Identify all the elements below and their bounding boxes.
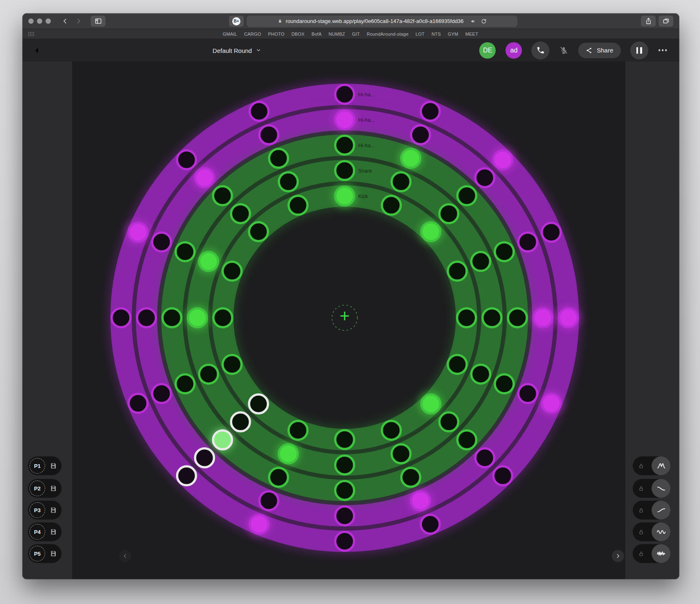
app-back-button[interactable] [30, 43, 44, 57]
wave-rise-button[interactable] [652, 501, 670, 520]
step-ring1-3[interactable] [518, 232, 537, 251]
step-ring2-9[interactable] [269, 468, 288, 487]
save-icon[interactable] [50, 462, 57, 470]
lock-open-icon[interactable] [638, 529, 645, 536]
step-ring2-10-active-playhead[interactable] [213, 431, 232, 449]
mic-muted-icon[interactable] [559, 46, 569, 55]
extension-button[interactable]: B+ [229, 16, 244, 27]
step-ring2-0[interactable] [335, 136, 354, 155]
wave-fall-button[interactable] [652, 479, 670, 498]
add-track-plus-icon[interactable]: + [340, 306, 350, 326]
step-ring4-7[interactable] [382, 421, 401, 440]
step-ring2-4[interactable] [508, 308, 527, 327]
lock-open-icon[interactable] [638, 550, 645, 557]
preset-p3-button[interactable]: P3 [30, 502, 45, 518]
step-ring1-7-active[interactable] [411, 491, 430, 510]
bookmark-nts[interactable]: NTS [432, 32, 441, 36]
step-ring1-5[interactable] [518, 384, 537, 403]
save-icon[interactable] [50, 550, 57, 557]
avatar-ad[interactable]: ad [506, 42, 522, 59]
step-ring3-2[interactable] [439, 204, 458, 223]
step-ring1-6[interactable] [476, 449, 494, 467]
preset-p1-button[interactable]: P1 [30, 458, 45, 474]
step-ring2-7[interactable] [401, 468, 420, 487]
step-ring4-9[interactable] [288, 421, 307, 440]
step-ring3-5[interactable] [471, 365, 490, 383]
step-ring3-12-active[interactable] [188, 308, 207, 327]
step-ring1-15[interactable] [259, 125, 278, 144]
step-ring4-12[interactable] [213, 308, 232, 327]
step-ring0-9-active[interactable] [249, 515, 268, 534]
step-ring4-3[interactable] [448, 262, 467, 280]
bookmark-numbz[interactable]: NUMBZ [329, 32, 345, 36]
step-ring2-6[interactable] [458, 431, 476, 449]
bookmark-meet[interactable]: MEET [465, 32, 478, 36]
step-ring0-7[interactable] [421, 515, 440, 534]
step-ring2-5[interactable] [495, 374, 514, 393]
step-ring0-2-active[interactable] [493, 150, 512, 169]
preset-p4-button[interactable]: P4 [30, 524, 45, 540]
step-ring0-3[interactable] [542, 223, 561, 242]
step-ring0-12[interactable] [112, 308, 130, 327]
step-ring1-0-active[interactable] [335, 110, 354, 129]
step-ring4-1[interactable] [382, 196, 401, 215]
bookmark-dbox[interactable]: DBOX [291, 32, 304, 36]
save-icon[interactable] [50, 485, 57, 492]
step-ring0-15[interactable] [249, 102, 268, 121]
bookmark-cargo[interactable]: CARGO [244, 32, 261, 36]
step-ring2-8[interactable] [335, 481, 354, 500]
step-ring3-1[interactable] [391, 172, 410, 191]
step-ring4-5[interactable] [448, 355, 467, 374]
step-ring2-11[interactable] [176, 374, 194, 393]
wave-noise-button[interactable] [652, 544, 670, 563]
step-ring4-15[interactable] [288, 196, 307, 215]
step-ring4-11[interactable] [223, 355, 242, 374]
round-selector[interactable]: Default Round [213, 47, 262, 54]
bookmark-bofa[interactable]: BofA [311, 32, 322, 36]
zoom-window-button[interactable] [46, 18, 51, 24]
more-options-button[interactable] [659, 49, 667, 51]
step-ring0-10-playhead[interactable] [177, 466, 196, 485]
step-ring1-4-active[interactable] [533, 308, 552, 327]
bookmark-roundaround-stage[interactable]: RoundAround-stage [367, 32, 409, 36]
pause-button[interactable] [630, 41, 648, 59]
url-bar[interactable]: roundaround-stage.web.app/play/0e605ca8-… [247, 16, 517, 27]
favorites-grid-icon[interactable] [27, 31, 35, 37]
step-ring3-0[interactable] [335, 161, 354, 180]
share-round-button[interactable]: Share [578, 43, 620, 58]
step-ring2-13[interactable] [176, 242, 194, 261]
lock-open-icon[interactable] [638, 463, 645, 470]
step-ring1-10-playhead[interactable] [195, 449, 214, 467]
minimize-window-button[interactable] [37, 18, 42, 24]
step-ring0-14[interactable] [177, 150, 196, 169]
step-ring4-4[interactable] [457, 308, 476, 327]
sidebar-toggle-button[interactable] [91, 16, 105, 27]
call-button[interactable] [531, 41, 549, 59]
save-icon[interactable] [50, 528, 57, 536]
step-ring1-12[interactable] [137, 308, 156, 327]
step-ring0-13-active[interactable] [128, 223, 147, 242]
step-ring3-8[interactable] [335, 456, 354, 474]
step-ring1-11[interactable] [152, 384, 171, 403]
step-ring0-11[interactable] [128, 394, 147, 413]
step-ring2-12[interactable] [162, 308, 181, 327]
page-prev-button[interactable] [119, 550, 131, 562]
step-ring1-1[interactable] [411, 125, 430, 144]
step-ring1-14-active[interactable] [195, 168, 214, 187]
lock-open-icon[interactable] [638, 485, 645, 492]
save-icon[interactable] [50, 506, 57, 514]
page-next-button[interactable] [612, 550, 624, 562]
preset-p5-button[interactable]: P5 [30, 546, 45, 561]
step-ring0-5-active[interactable] [542, 394, 561, 413]
step-ring3-6[interactable] [439, 413, 458, 431]
step-ring3-9-active[interactable] [279, 444, 298, 463]
new-tab-button[interactable] [666, 30, 674, 38]
lock-open-icon[interactable] [638, 507, 645, 514]
share-page-button[interactable] [641, 16, 656, 27]
step-ring2-2[interactable] [458, 186, 476, 205]
bookmark-gmail[interactable]: GMAIL [223, 32, 237, 36]
step-ring1-13[interactable] [152, 232, 171, 251]
browser-back-button[interactable] [59, 16, 70, 27]
bookmark-photo[interactable]: PHOTO [268, 32, 284, 36]
wave-sine-button[interactable] [652, 522, 670, 541]
